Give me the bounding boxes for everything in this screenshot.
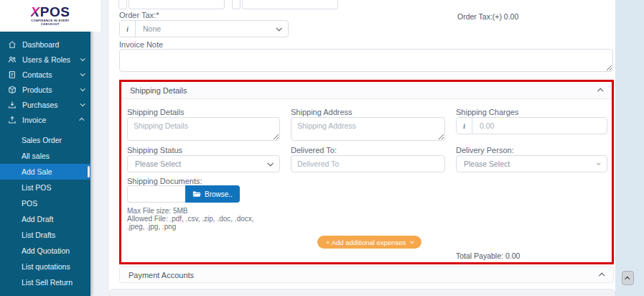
shipping-documents-label: Shipping Documents:: [127, 177, 202, 185]
sidebar-item-list-sell-return[interactable]: List Sell Return: [0, 274, 90, 290]
total-payable-text: Total Payable: 0.00: [456, 251, 520, 260]
sidebar-nav: Dashboard Users & Roles Contacts Product…: [0, 0, 90, 290]
chevron-up-icon: [625, 276, 630, 281]
delivery-person-select[interactable]: Please Select: [456, 155, 607, 172]
order-tax-label: Order Tax:*: [119, 11, 159, 19]
sidebar-item-label: Users & Roles: [22, 55, 75, 64]
users-icon: [8, 55, 17, 64]
delivered-to-input[interactable]: [291, 155, 445, 172]
shipping-charges-input-group: i: [456, 117, 607, 134]
add-additional-expenses-label: + Add additional expenses: [326, 239, 406, 246]
collapse-icon[interactable]: [597, 88, 603, 93]
payment-accounts-title: Payment Accounts: [129, 271, 194, 279]
sidebar-item-label: Products: [22, 85, 75, 94]
browse-button-label: Browse..: [205, 190, 233, 198]
chevron-down-icon: [410, 239, 414, 244]
shipping-details-label: Shipping Details: [127, 108, 185, 116]
next-section-edge: [109, 289, 615, 296]
chevron-down-icon: [80, 56, 85, 61]
sidebar-item-list-drafts[interactable]: List Drafts: [0, 227, 90, 243]
invoice-submenu: Sales Order All sales Add Sale List POS …: [0, 132, 90, 290]
browse-button[interactable]: Browse..: [185, 185, 240, 203]
truncated-input-field[interactable]: [129, 0, 225, 9]
shipping-charges-label: Shipping Charges: [456, 108, 518, 116]
main-content: Order Tax:* i None Order Tax:(+) 0.00 In…: [90, 0, 644, 296]
shipping-documents-file-input: Browse..: [127, 185, 240, 203]
brand-tagline: CONFIDENCE IN EVERYCHECKOUT: [31, 19, 70, 26]
delivered-to-label: Delivered To:: [291, 146, 337, 154]
order-tax-select[interactable]: i None: [119, 20, 289, 37]
sidebar-item-label: Purchases: [22, 101, 75, 109]
delivery-person-label: Delivery Person:: [456, 146, 514, 154]
package-icon: [8, 85, 17, 94]
sale-form-card: Order Tax:* i None Order Tax:(+) 0.00 In…: [109, 0, 615, 296]
sidebar-item-invoice[interactable]: Invoice: [0, 112, 90, 127]
truncated-input-field[interactable]: [242, 0, 338, 9]
sidebar-item-add-draft[interactable]: Add Draft: [0, 211, 90, 227]
home-icon: [8, 40, 17, 49]
app-logo: XPOS CONFIDENCE IN EVERYCHECKOUT: [0, 0, 101, 32]
sidebar: Dashboard Users & Roles Contacts Product…: [0, 0, 90, 296]
truncated-input-prefix: [232, 0, 241, 9]
allowed-files-hint-line1: Allowed File: .pdf, .csv, .zip, .doc, .d…: [127, 215, 254, 223]
download-icon: [8, 101, 17, 109]
chevron-down-icon: [276, 21, 288, 37]
sidebar-item-list-pos[interactable]: List POS: [0, 180, 90, 195]
shipping-status-select[interactable]: Please Select: [127, 155, 280, 172]
chevron-up-icon: [79, 118, 84, 123]
chevron-down-icon: [80, 101, 85, 106]
invoice-note-textarea[interactable]: [119, 49, 613, 72]
max-file-size-hint: Max File size: 5MB: [127, 207, 187, 215]
sidebar-item-all-sales[interactable]: All sales: [0, 148, 90, 164]
shipping-details-section: Shipping Details Shipping Details Shippi…: [119, 80, 614, 264]
shipping-details-textarea[interactable]: [127, 117, 280, 141]
right-background-strip: [615, 0, 644, 296]
sidebar-item-list-quotations[interactable]: List quotations: [0, 259, 90, 274]
contacts-icon: [8, 70, 17, 79]
sidebar-item-add-quotation[interactable]: Add Quotation: [0, 243, 90, 259]
truncated-input-prefix: [118, 0, 127, 9]
shipping-section-header[interactable]: Shipping Details: [121, 82, 612, 99]
sidebar-item-sales-order[interactable]: Sales Order: [0, 132, 90, 148]
sidebar-item-pos[interactable]: POS: [0, 195, 90, 211]
allowed-files-hint-line2: .jpeg, .jpg, .png: [127, 223, 176, 231]
delivery-person-selected-value: Please Select: [464, 159, 510, 168]
sidebar-item-add-sale[interactable]: Add Sale: [0, 164, 90, 180]
sidebar-item-products[interactable]: Products: [0, 82, 90, 97]
folder-icon: [192, 190, 201, 198]
file-name-box[interactable]: [127, 185, 185, 203]
brand-text: XPOS: [31, 6, 70, 19]
sidebar-item-label: Invoice: [22, 116, 75, 124]
chevron-down-icon: [80, 71, 85, 76]
shipping-section-title: Shipping Details: [130, 86, 187, 95]
add-additional-expenses-button[interactable]: + Add additional expenses: [317, 236, 421, 249]
info-icon: i: [457, 118, 472, 134]
collapse-icon[interactable]: [599, 272, 605, 278]
sidebar-item-users-roles[interactable]: Users & Roles: [0, 52, 90, 67]
truncated-input-group-1[interactable]: [118, 0, 225, 9]
order-tax-summary: Order Tax:(+) 0.00: [457, 12, 518, 21]
payment-accounts-section-header[interactable]: Payment Accounts: [119, 267, 614, 283]
info-icon: i: [120, 21, 136, 37]
sidebar-item-label: Contacts: [22, 70, 75, 79]
upload-icon: [8, 116, 17, 124]
shipping-address-label: Shipping Address: [291, 108, 353, 116]
sidebar-item-contacts[interactable]: Contacts: [0, 67, 90, 82]
shipping-charges-input[interactable]: [480, 121, 599, 130]
invoice-note-label: Invoice Note: [119, 40, 163, 49]
shipping-status-selected-value: Please Select: [135, 159, 181, 168]
sidebar-item-purchases[interactable]: Purchases: [0, 97, 90, 112]
truncated-input-group-2[interactable]: [232, 0, 338, 9]
shipping-status-label: Shipping Status: [127, 146, 182, 154]
chevron-down-icon: [267, 160, 273, 166]
order-tax-selected-value: None: [136, 21, 276, 37]
chevron-down-icon: [597, 161, 601, 165]
shipping-address-textarea[interactable]: [291, 117, 445, 141]
scroll-to-top-button[interactable]: [622, 271, 634, 285]
sidebar-item-dashboard[interactable]: Dashboard: [0, 37, 90, 52]
sidebar-item-label: Dashboard: [22, 40, 84, 49]
chevron-down-icon: [80, 86, 85, 91]
